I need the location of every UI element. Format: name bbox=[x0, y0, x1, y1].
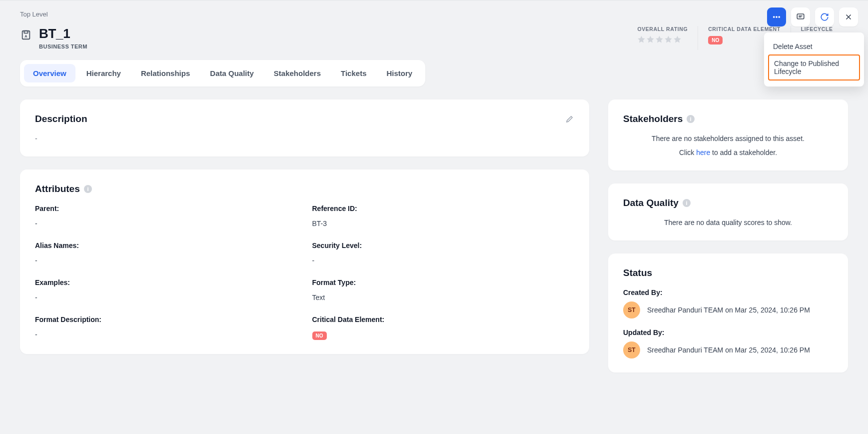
comment-icon bbox=[796, 12, 805, 22]
asset-type-label: BUSINESS TERM bbox=[39, 44, 87, 50]
star-icon bbox=[655, 35, 664, 44]
status-card: Status Created By: ST Sreedhar Panduri T… bbox=[608, 254, 848, 372]
svg-text:i: i bbox=[690, 116, 692, 122]
updated-by-label: Updated By: bbox=[623, 328, 833, 336]
tab-relationships[interactable]: Relationships bbox=[132, 64, 199, 82]
svg-text:A: A bbox=[24, 34, 27, 38]
description-body: - bbox=[35, 134, 574, 142]
data-quality-card: Data Quality i There are no data quality… bbox=[608, 184, 848, 240]
tabs: Overview Hierarchy Relationships Data Qu… bbox=[20, 60, 425, 86]
breadcrumb[interactable]: Top Level bbox=[20, 0, 848, 26]
close-button[interactable] bbox=[839, 8, 858, 26]
attr-formatdesc-value: - bbox=[35, 330, 297, 338]
cde-badge: NO bbox=[708, 36, 723, 44]
svg-rect-9 bbox=[24, 31, 27, 34]
overall-rating-label: OVERALL RATING bbox=[637, 26, 688, 32]
stakeholders-card: Stakeholders i There are no stakeholders… bbox=[608, 100, 848, 170]
attr-parent-value: - bbox=[35, 220, 297, 228]
asset-title: BT_1 bbox=[39, 26, 87, 42]
svg-point-1 bbox=[776, 16, 778, 18]
created-by-text: Sreedhar Panduri TEAM on Mar 25, 2024, 1… bbox=[647, 306, 810, 314]
attr-security-label: Security Level: bbox=[312, 242, 575, 250]
attr-parent-label: Parent: bbox=[35, 204, 297, 212]
attr-formattype-value: Text bbox=[312, 294, 575, 302]
pencil-icon bbox=[565, 114, 574, 124]
add-stakeholder-link[interactable]: here bbox=[696, 148, 710, 156]
attr-examples-label: Examples: bbox=[35, 278, 297, 286]
tab-data-quality[interactable]: Data Quality bbox=[201, 64, 263, 82]
stakeholders-hint: Click here to add a stakeholder. bbox=[623, 148, 833, 156]
updated-by-text: Sreedhar Panduri TEAM on Mar 25, 2024, 1… bbox=[647, 346, 810, 354]
tab-stakeholders[interactable]: Stakeholders bbox=[265, 64, 330, 82]
edit-description-button[interactable] bbox=[565, 114, 574, 124]
attributes-card: Attributes i Parent: - Reference ID: BT-… bbox=[20, 170, 589, 354]
attr-alias-label: Alias Names: bbox=[35, 242, 297, 250]
svg-rect-3 bbox=[797, 14, 804, 19]
star-icon bbox=[673, 35, 682, 44]
attr-formatdesc-label: Format Description: bbox=[35, 316, 297, 324]
description-title: Description bbox=[35, 114, 87, 124]
lifecycle-label: LIFECYCLE bbox=[801, 26, 838, 32]
attr-examples-value: - bbox=[35, 294, 297, 302]
svg-text:i: i bbox=[686, 200, 687, 206]
svg-point-0 bbox=[773, 16, 775, 18]
info-icon[interactable]: i bbox=[687, 115, 695, 123]
title-block: A BT_1 BUSINESS TERM bbox=[20, 26, 87, 50]
info-icon[interactable]: i bbox=[84, 185, 92, 193]
attr-formattype-label: Format Type: bbox=[312, 278, 575, 286]
avatar: ST bbox=[623, 342, 640, 358]
attr-security-value: - bbox=[312, 256, 575, 264]
tab-hierarchy[interactable]: Hierarchy bbox=[77, 64, 130, 82]
stakeholders-title: Stakeholders bbox=[623, 114, 683, 124]
status-title: Status bbox=[623, 268, 652, 278]
asset-type-icon: A bbox=[20, 29, 32, 41]
rating-stars[interactable] bbox=[637, 35, 688, 44]
attr-alias-value: - bbox=[35, 256, 297, 264]
actions-dropdown: Delete Asset Change to Published Lifecyc… bbox=[764, 32, 864, 86]
description-card: Description - bbox=[20, 100, 589, 156]
tab-history[interactable]: History bbox=[377, 64, 421, 82]
comments-button[interactable] bbox=[791, 8, 810, 26]
svg-text:i: i bbox=[87, 186, 88, 192]
refresh-button[interactable] bbox=[815, 8, 834, 26]
data-quality-title: Data Quality bbox=[623, 198, 679, 208]
attr-referenceid-value: BT-3 bbox=[312, 220, 575, 228]
delete-asset-menu-item[interactable]: Delete Asset bbox=[768, 38, 860, 54]
data-quality-empty-text: There are no data quality scores to show… bbox=[623, 218, 833, 226]
change-lifecycle-menu-item[interactable]: Change to Published Lifecycle bbox=[768, 54, 860, 80]
star-icon bbox=[664, 35, 673, 44]
close-icon bbox=[844, 12, 853, 22]
cde-label: CRITICAL DATA ELEMENT bbox=[708, 26, 781, 32]
attr-cde-badge: NO bbox=[312, 332, 327, 340]
created-by-label: Created By: bbox=[623, 288, 833, 296]
info-icon[interactable]: i bbox=[683, 199, 691, 207]
attributes-title: Attributes bbox=[35, 184, 80, 194]
avatar: ST bbox=[623, 302, 640, 318]
attr-referenceid-label: Reference ID: bbox=[312, 204, 575, 212]
refresh-icon bbox=[820, 12, 829, 22]
tab-tickets[interactable]: Tickets bbox=[332, 64, 375, 82]
svg-point-2 bbox=[779, 16, 780, 18]
action-bar bbox=[767, 8, 858, 26]
dots-icon bbox=[772, 12, 781, 22]
more-actions-button[interactable] bbox=[767, 8, 786, 26]
stakeholders-empty-text: There are no stakeholders assigned to th… bbox=[623, 134, 833, 142]
star-icon bbox=[646, 35, 655, 44]
attr-cde-label: Critical Data Element: bbox=[312, 316, 575, 324]
tab-overview[interactable]: Overview bbox=[24, 64, 75, 82]
star-icon bbox=[637, 35, 646, 44]
